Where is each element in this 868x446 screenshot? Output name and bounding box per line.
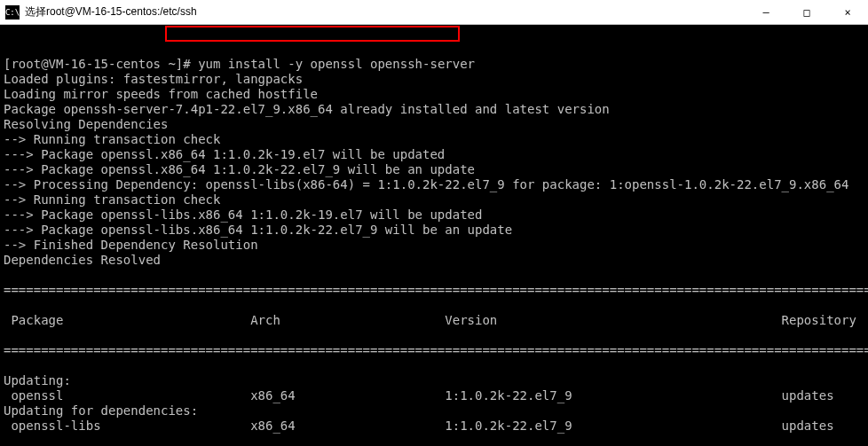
output-line: Loading mirror speeds from cached hostfi… bbox=[4, 87, 864, 102]
minimize-button[interactable]: — bbox=[746, 0, 786, 25]
table-rows: Updating: openssl x86_64 1:1.0.2k-22.el7… bbox=[4, 373, 864, 434]
output-line: ---> Package openssl.x86_64 1:1.0.2k-19.… bbox=[4, 147, 864, 162]
table-row: Updating for dependencies: bbox=[4, 403, 864, 419]
output-line: --> Running transaction check bbox=[4, 132, 864, 147]
output-line: Package openssh-server-7.4p1-22.el7_9.x8… bbox=[4, 102, 864, 117]
output-line: --> Running transaction check bbox=[4, 192, 864, 207]
output-line: Loaded plugins: fastestmirror, langpacks bbox=[4, 72, 864, 87]
output-line: ---> Package openssl.x86_64 1:1.0.2k-22.… bbox=[4, 162, 864, 177]
output-line: --> Processing Dependency: openssl-libs(… bbox=[4, 177, 864, 192]
window-title: 选择root@VM-16-15-centos:/etc/ssh bbox=[25, 4, 746, 20]
cmd-icon: C:\ bbox=[5, 5, 20, 20]
shell-prompt: [root@VM-16-15-centos ~]# bbox=[4, 57, 198, 71]
output-line: Resolving Dependencies bbox=[4, 117, 864, 132]
table-headers: Package Arch Version Repository Size bbox=[4, 313, 864, 328]
table-row: openssl-libs x86_64 1:1.0.2k-22.el7_9 up… bbox=[4, 419, 864, 434]
table-sep-mid: ========================================… bbox=[4, 343, 864, 358]
shell-command: yum install -y openssl openssh-server bbox=[198, 57, 475, 71]
table-row: Updating: bbox=[4, 373, 864, 388]
output-block: Loaded plugins: fastestmirror, langpacks… bbox=[4, 72, 864, 268]
table-row: openssl x86_64 1:1.0.2k-22.el7_9 updates… bbox=[4, 388, 864, 403]
output-line: Dependencies Resolved bbox=[4, 253, 864, 268]
command-highlight-box bbox=[165, 26, 460, 42]
output-line: --> Finished Dependency Resolution bbox=[4, 238, 864, 253]
window-titlebar: C:\ 选择root@VM-16-15-centos:/etc/ssh — □ … bbox=[0, 0, 868, 25]
output-line: ---> Package openssl-libs.x86_64 1:1.0.2… bbox=[4, 207, 864, 223]
close-button[interactable]: × bbox=[827, 0, 868, 25]
window-controls: — □ × bbox=[746, 0, 868, 25]
table-sep-top: ========================================… bbox=[4, 283, 864, 298]
terminal-output[interactable]: [root@VM-16-15-centos ~]# yum install -y… bbox=[0, 25, 868, 446]
maximize-button[interactable]: □ bbox=[786, 0, 827, 25]
output-line: ---> Package openssl-libs.x86_64 1:1.0.2… bbox=[4, 223, 864, 238]
